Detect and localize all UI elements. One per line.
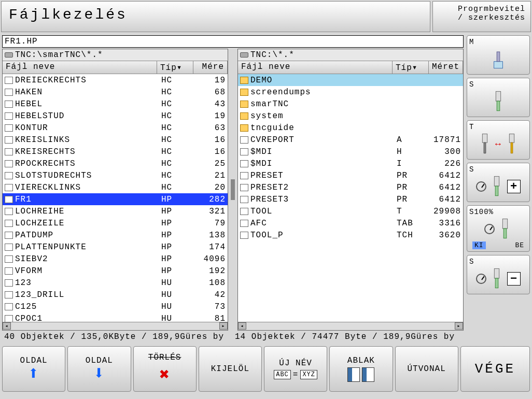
side-s-button[interactable]: S — [467, 78, 530, 117]
file-row[interactable]: HAKENHC68 — [3, 86, 228, 98]
file-row[interactable]: AFCTAB3316 — [238, 217, 463, 229]
disk-icon — [240, 52, 248, 58]
file-row[interactable]: TOOLT29908 — [238, 205, 463, 217]
col-size[interactable]: Mére — [193, 61, 228, 74]
file-row[interactable]: RPOCKRECHTSHC25 — [3, 158, 228, 169]
file-size: 42 — [192, 290, 226, 300]
svg-rect-4 — [482, 134, 487, 142]
file-row[interactable]: 123HU108 — [3, 277, 228, 289]
delete-button[interactable]: TÖRLÉS ✖ — [133, 346, 197, 392]
file-row[interactable]: SLOTSTUDRECHTSHC21 — [3, 169, 228, 181]
file-row[interactable]: TOOL_PTCH3620 — [238, 229, 463, 241]
svg-rect-11 — [495, 278, 498, 288]
s-label: S — [469, 258, 527, 266]
file-row[interactable]: CPOC1HU81 — [3, 312, 228, 322]
file-row[interactable]: FR1HP282 — [3, 193, 228, 205]
right-panel: TNC:\*.* Fájl neve Típ▾ Méret DEMOscreen… — [237, 49, 464, 331]
file-row[interactable]: $MDII226 — [238, 158, 463, 169]
col-name[interactable]: Fájl neve — [238, 61, 393, 74]
file-size: 16 — [192, 147, 226, 156]
side-s-plus-button[interactable]: S + — [467, 163, 530, 202]
file-row[interactable]: PATDUMPHP138 — [3, 229, 228, 241]
file-name: HEBEL — [15, 99, 43, 109]
disk-icon — [5, 52, 13, 58]
file-row[interactable]: 123_DRILLHU42 — [3, 289, 228, 301]
file-row[interactable]: KREISLINKSHC16 — [3, 134, 228, 146]
left-file-list[interactable]: DREIECKRECHTSHC19HAKENHC68HEBELHC43HEBEL… — [3, 74, 228, 322]
label: VÉGE — [475, 361, 515, 377]
file-row[interactable]: PRESETPR6412 — [238, 169, 463, 181]
file-row[interactable]: VIERECKLINKSHC20 — [3, 181, 228, 193]
gauge-icon — [476, 181, 486, 192]
col-type[interactable]: Típ▾ — [393, 61, 429, 74]
file-row[interactable]: $MDIH300 — [238, 146, 463, 158]
file-row[interactable]: SIEBV2HP4096 — [3, 253, 228, 265]
file-row[interactable]: C125HU73 — [3, 301, 228, 312]
file-name: SIEBV2 — [15, 254, 48, 264]
file-row[interactable]: VFORMHP192 — [3, 265, 228, 277]
file-icon — [5, 232, 13, 239]
file-row[interactable]: PRESET2PR6412 — [238, 181, 463, 193]
file-row[interactable]: smarTNC — [238, 98, 463, 110]
file-row[interactable]: PLATTENPUNKTEHP174 — [3, 241, 228, 253]
file-size: 300 — [428, 147, 461, 156]
col-size[interactable]: Méret — [429, 61, 463, 74]
left-col-header: Fájl neve Típ▾ Mére — [3, 61, 228, 74]
svg-rect-6 — [494, 176, 499, 186]
right-path[interactable]: TNC:\*.* — [238, 49, 463, 61]
page-down-button[interactable]: OLDAL ⬇ — [67, 346, 131, 392]
file-size: 43 — [192, 99, 226, 109]
left-hscroll[interactable]: ◂▸ — [3, 322, 228, 330]
right-file-list[interactable]: DEMOscreendumpssmarTNCsystemtncguideCVRE… — [238, 74, 463, 322]
file-row[interactable]: KREISRECHTSHC16 — [3, 146, 228, 158]
status-row: 40 Objektek / 135,0KByte / 189,9Güres by… — [2, 332, 464, 342]
file-icon — [240, 172, 248, 179]
file-size: 68 — [192, 88, 226, 97]
side-t-button[interactable]: T ↔ — [467, 120, 530, 160]
file-row[interactable]: HEBELHC43 — [3, 98, 228, 110]
side-s100-button[interactable]: S100% KI BE — [467, 205, 530, 252]
col-type[interactable]: Típ▾ — [157, 61, 193, 74]
side-s-minus-button[interactable]: S − — [467, 255, 530, 294]
label: KIJELÖL — [211, 364, 249, 374]
file-name: tncguide — [250, 123, 295, 133]
file-row[interactable]: LOCHREIHEHP321 — [3, 205, 228, 217]
file-type: HU — [161, 278, 192, 288]
file-row[interactable]: LOCHZEILEHP79 — [3, 217, 228, 229]
right-hscroll[interactable]: ◂▸ — [238, 322, 463, 330]
rename-button[interactable]: ÚJ NÉV ABC=XYZ — [264, 346, 327, 392]
path-button[interactable]: ÚTVONAL — [395, 346, 458, 392]
window-icon — [347, 367, 374, 382]
file-size: 25 — [192, 159, 226, 168]
end-button[interactable]: VÉGE — [460, 346, 530, 392]
file-row[interactable]: tncguide — [238, 122, 463, 134]
file-size: 17871 — [428, 135, 461, 145]
file-type: HU — [161, 290, 192, 300]
page-up-button[interactable]: OLDAL ⬆ — [2, 346, 65, 392]
file-name: 123_DRILL — [15, 290, 64, 300]
file-name: HEBELSTUD — [15, 111, 64, 121]
ki-label: KI — [472, 241, 486, 249]
select-button[interactable]: KIJELÖL — [199, 346, 262, 392]
file-row[interactable]: system — [238, 110, 463, 122]
file-row[interactable]: screendumps — [238, 86, 463, 98]
softkey-bar: OLDAL ⬆ OLDAL ⬇ TÖRLÉS ✖ KIJELÖL ÚJ NÉV … — [0, 344, 532, 394]
file-size: 321 — [192, 207, 226, 216]
plus-icon: + — [507, 180, 521, 193]
file-size: 81 — [192, 314, 226, 322]
file-row[interactable]: CVREPORTA17871 — [238, 134, 463, 146]
file-row[interactable]: KONTURHC63 — [3, 122, 228, 134]
file-name: $MDI — [250, 147, 272, 156]
panel-divider[interactable] — [230, 49, 235, 331]
window-button[interactable]: ABLAK — [329, 346, 393, 392]
file-row[interactable]: PRESET3PR6412 — [238, 193, 463, 205]
file-row[interactable]: DEMO — [238, 74, 463, 86]
file-row[interactable]: DREIECKRECHTSHC19 — [3, 74, 228, 86]
side-m-button[interactable]: M — [467, 35, 530, 75]
file-type: HC — [161, 88, 192, 97]
col-name[interactable]: Fájl neve — [3, 61, 157, 74]
left-path[interactable]: TNC:\smarTNC\*.* — [3, 49, 228, 61]
file-row[interactable]: HEBELSTUDHC19 — [3, 110, 228, 122]
current-file-input[interactable]: FR1.HP — [2, 35, 464, 48]
file-type: HP — [161, 243, 192, 252]
